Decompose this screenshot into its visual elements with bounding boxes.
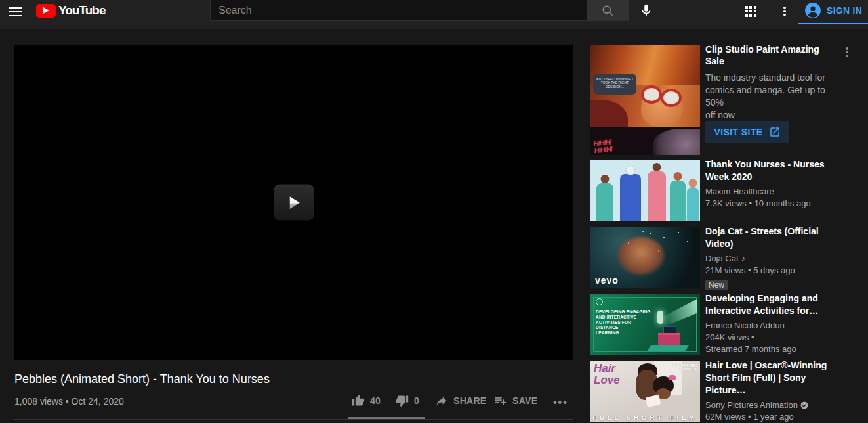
search-icon bbox=[601, 4, 614, 17]
studio-credit: SONY PICTURES ANIMATION bbox=[671, 363, 697, 371]
channel-name[interactable]: Franco Nicolo Addun bbox=[705, 321, 844, 330]
share-label: SHARE bbox=[453, 395, 487, 406]
video-title: Pebbles (Animated Short) - Thank You to … bbox=[14, 372, 270, 386]
university-logo bbox=[596, 298, 603, 305]
video-thumbnail[interactable] bbox=[590, 160, 700, 221]
save-button[interactable]: SAVE bbox=[494, 394, 537, 407]
save-label: SAVE bbox=[512, 395, 537, 406]
like-button[interactable]: 40 bbox=[352, 394, 381, 407]
ad-laugh-text: HIHIHI HIHIHI bbox=[593, 139, 612, 155]
tiger-illustration bbox=[653, 129, 700, 155]
artist-illustration bbox=[617, 237, 665, 275]
video-thumbnail[interactable]: Hair Love SONY PICTURES ANIMATION FULL S… bbox=[590, 361, 700, 422]
sign-in-label: SIGN IN bbox=[827, 5, 862, 16]
video-title[interactable]: Thank You Nurses - Nurses Week 2020 bbox=[705, 158, 844, 183]
vevo-logo: vevo bbox=[595, 275, 619, 286]
nurse-illustration bbox=[596, 183, 613, 221]
video-title[interactable]: Developing Engaging and Interactive Acti… bbox=[705, 292, 844, 317]
sign-in-button[interactable]: SIGN IN bbox=[798, 0, 868, 24]
mic-icon bbox=[639, 3, 653, 18]
video-stats: 7.3K views • 10 months ago bbox=[705, 198, 844, 210]
full-short-film-caption: FULL SHORT FILM bbox=[590, 414, 700, 421]
channel-name[interactable]: Maxim Healthcare bbox=[705, 187, 844, 196]
youtube-logo-text: YouTube bbox=[58, 3, 105, 18]
apps-grid-button[interactable] bbox=[742, 3, 759, 20]
new-badge: New bbox=[705, 280, 728, 290]
nurse-illustration bbox=[620, 174, 641, 221]
search-bar bbox=[210, 0, 629, 21]
hair-love-title: Hair Love bbox=[594, 363, 620, 386]
like-count: 40 bbox=[370, 395, 381, 406]
more-icon: ••• bbox=[553, 397, 568, 409]
video-list-item[interactable]: Hair Love | Oscar®-Winning Short Film (F… bbox=[705, 359, 844, 423]
video-thumbnail[interactable]: vevo bbox=[590, 227, 700, 288]
channel-name[interactable]: Sony Pictures Animation bbox=[705, 400, 844, 410]
youtube-watch-page: YouTube SIGN IN bbox=[0, 0, 868, 423]
info-divider bbox=[14, 419, 573, 420]
video-stats: 62M views • 1 year ago bbox=[705, 411, 844, 423]
desk-illustration bbox=[658, 333, 680, 347]
ad-description: The industry-standard tool for comics an… bbox=[705, 72, 840, 122]
share-button[interactable]: SHARE bbox=[435, 394, 487, 407]
video-list-item[interactable]: Developing Engaging and Interactive Acti… bbox=[705, 292, 844, 355]
youtube-play-icon bbox=[36, 4, 56, 18]
visit-site-label: VISIT SITE bbox=[714, 127, 762, 137]
presenter-illustration bbox=[657, 311, 663, 324]
share-icon bbox=[435, 394, 448, 407]
thumb-down-icon bbox=[396, 394, 409, 407]
video-title[interactable]: Hair Love | Oscar®-Winning Short Film (F… bbox=[705, 359, 844, 397]
ad-comic-panel-bottom: HIHIHI HIHIHI bbox=[590, 127, 700, 155]
more-actions-button[interactable]: ••• bbox=[553, 397, 568, 409]
search-button[interactable] bbox=[587, 0, 629, 21]
nurse-illustration bbox=[687, 187, 699, 221]
playlist-add-icon bbox=[494, 394, 507, 407]
paper-illustration bbox=[646, 395, 661, 407]
search-input[interactable] bbox=[210, 0, 587, 21]
visit-site-button[interactable]: VISIT SITE bbox=[705, 121, 789, 143]
ad-kebab-button[interactable] bbox=[842, 46, 852, 59]
play-icon bbox=[284, 192, 304, 212]
nurse-illustration bbox=[648, 171, 666, 221]
mic-button[interactable] bbox=[638, 2, 655, 19]
slide-title-text: DEVELOPING ENGAGING AND INTERACTIVE ACTI… bbox=[596, 309, 651, 336]
video-player[interactable] bbox=[14, 45, 573, 360]
settings-kebab-button[interactable] bbox=[776, 3, 793, 20]
music-note-icon: ♪ bbox=[741, 254, 746, 263]
play-button[interactable] bbox=[274, 185, 314, 221]
channel-name[interactable]: Doja Cat ♪ bbox=[705, 254, 844, 263]
avatar-icon bbox=[804, 2, 821, 19]
dislike-button[interactable]: 0 bbox=[396, 394, 419, 407]
ad-thumbnail[interactable]: But I keep thinking I took the right dec… bbox=[590, 45, 700, 155]
video-list-item[interactable]: Doja Cat - Streets (Official Video) Doja… bbox=[705, 225, 844, 290]
hamburger-menu-icon[interactable] bbox=[5, 3, 25, 22]
video-stats: 21M views • 5 days ago bbox=[705, 265, 844, 277]
verified-badge-icon bbox=[800, 401, 808, 409]
youtube-logo[interactable]: YouTube bbox=[36, 3, 105, 18]
dislike-count: 0 bbox=[414, 395, 419, 406]
thumb-up-icon bbox=[352, 394, 365, 407]
video-title[interactable]: Doja Cat - Streets (Official Video) bbox=[705, 225, 844, 250]
video-thumbnail[interactable]: DEVELOPING ENGAGING AND INTERACTIVE ACTI… bbox=[590, 294, 700, 355]
video-list-item[interactable]: Thank You Nurses - Nurses Week 2020 Maxi… bbox=[705, 158, 844, 210]
ad-title[interactable]: Clip Studio Paint Amazing Sale bbox=[705, 43, 840, 67]
apps-grid-icon bbox=[745, 6, 756, 17]
pink-bow bbox=[669, 375, 676, 380]
platform-illustration bbox=[647, 345, 689, 351]
masthead: YouTube SIGN IN bbox=[0, 0, 868, 29]
ad-speech-bubble: But I keep thinking I took the right dec… bbox=[593, 74, 636, 95]
kebab-icon bbox=[783, 5, 786, 17]
nurse-illustration bbox=[670, 181, 686, 221]
water-sparkles bbox=[650, 233, 651, 234]
external-link-icon bbox=[769, 126, 781, 138]
video-stats: 204K views • Streamed 7 months ago bbox=[705, 332, 844, 355]
video-meta: 1,008 views • Oct 24, 2020 bbox=[14, 396, 124, 407]
